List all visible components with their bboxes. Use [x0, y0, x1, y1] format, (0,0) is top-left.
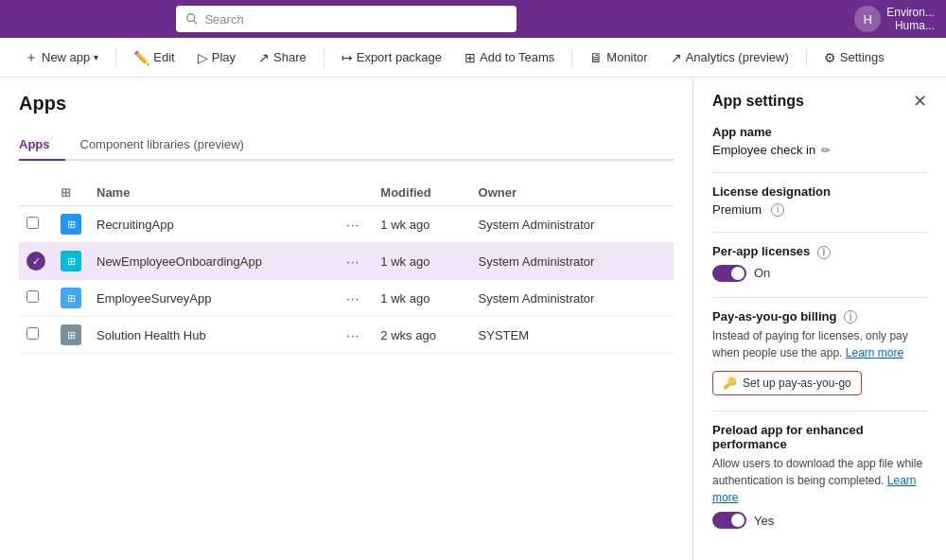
close-button[interactable]: ✕	[913, 93, 927, 110]
env-line1: Environ...	[886, 6, 935, 19]
toggle-knob	[731, 267, 745, 280]
settings-icon: ⚙	[824, 50, 836, 65]
row-checkbox[interactable]	[26, 327, 39, 340]
modified-date: 1 wk ago	[373, 206, 470, 243]
table-row[interactable]: ✓⊞NewEmployeeOnboardingApp···1 wk agoSys…	[19, 243, 674, 280]
preload-toggle-knob	[731, 514, 745, 527]
export-icon: ↦	[342, 50, 353, 65]
license-label: License designation	[712, 184, 927, 199]
tab-bar: Apps Component libraries (preview)	[19, 130, 674, 161]
play-button[interactable]: ▷ Play	[188, 45, 245, 70]
license-value: Premium i	[712, 202, 927, 217]
license-section: License designation Premium i	[712, 184, 927, 217]
modified-date: 1 wk ago	[373, 280, 470, 317]
play-icon: ▷	[198, 50, 208, 65]
toolbar-divider-3	[571, 48, 572, 67]
edit-app-name-icon[interactable]: ✏	[821, 144, 831, 157]
owner-name: System Administrator	[471, 280, 653, 317]
tab-component-libraries[interactable]: Component libraries (preview)	[80, 130, 259, 161]
row-checkbox[interactable]	[26, 290, 39, 303]
billing-info-icon[interactable]: i	[844, 310, 857, 324]
col-name: Name	[89, 180, 339, 206]
svg-point-0	[187, 14, 195, 22]
per-app-label: Per-app licenses i	[712, 244, 927, 259]
panel-title: App settings	[712, 93, 804, 110]
toolbar-divider-4	[806, 48, 807, 67]
key-icon: 🔑	[723, 376, 737, 390]
app-name: RecruitingApp	[89, 206, 339, 243]
row-actions-dots[interactable]: ···	[339, 317, 373, 354]
app-name: EmployeeSurveyApp	[89, 280, 339, 317]
panel-header: App settings ✕	[712, 93, 927, 110]
add-to-teams-button[interactable]: ⊞ Add to Teams	[455, 45, 564, 70]
billing-learn-more-link[interactable]: Learn more	[846, 346, 903, 359]
table-row[interactable]: ⊞EmployeeSurveyApp···1 wk agoSystem Admi…	[19, 280, 674, 317]
search-box[interactable]: Search	[176, 6, 517, 32]
app-icon: ⊞	[61, 288, 81, 308]
search-icon	[185, 12, 199, 26]
billing-desc: Instead of paying for licenses, only pay…	[712, 327, 927, 361]
app-name: NewEmployeeOnboardingApp	[89, 243, 339, 280]
preload-desc: Allow users to download the app file whi…	[712, 455, 927, 506]
monitor-icon: 🖥	[589, 50, 603, 65]
env-avatar: H	[854, 6, 881, 32]
analytics-icon: ↗	[671, 50, 682, 65]
license-info-icon[interactable]: i	[771, 203, 784, 217]
col-owner: Owner	[471, 180, 653, 206]
app-icon: ⊞	[61, 214, 81, 235]
top-bar: Search H Environ... Huma...	[0, 0, 946, 38]
search-placeholder: Search	[204, 12, 243, 26]
row-checkbox[interactable]	[26, 217, 39, 229]
tab-apps[interactable]: Apps	[19, 130, 65, 161]
modified-date: 2 wks ago	[373, 317, 470, 354]
per-app-toggle-row: On	[712, 265, 927, 282]
toolbar-divider	[115, 48, 116, 67]
grid-icon: ⊞	[61, 185, 71, 200]
per-app-toggle-label: On	[754, 266, 770, 280]
new-app-button[interactable]: ＋ New app ▾	[15, 44, 108, 71]
row-actions-dots[interactable]: ···	[339, 206, 373, 243]
toolbar-divider-2	[324, 48, 324, 67]
share-button[interactable]: ↗ Share	[249, 45, 316, 70]
svg-line-1	[194, 21, 198, 25]
owner-name: SYSTEM	[471, 317, 653, 354]
app-icon: ⊞	[61, 251, 81, 271]
toolbar: ＋ New app ▾ ✏️ Edit ▷ Play ↗ Share ↦ Exp…	[0, 38, 946, 78]
preload-section: Preload app for enhanced performance All…	[712, 423, 927, 529]
col-icon: ⊞	[53, 180, 89, 206]
app-name-value: Employee check in ✏	[712, 143, 927, 157]
owner-name: System Administrator	[471, 206, 653, 243]
selected-indicator: ✓	[26, 252, 45, 271]
per-app-info-icon[interactable]: i	[817, 246, 831, 259]
table-row[interactable]: ⊞Solution Health Hub···2 wks agoSYSTEM	[19, 317, 674, 354]
owner-name: System Administrator	[471, 243, 653, 280]
per-app-toggle[interactable]	[712, 265, 746, 282]
analytics-button[interactable]: ↗ Analytics (preview)	[661, 45, 798, 70]
app-name: Solution Health Hub	[89, 317, 339, 354]
col-check	[19, 180, 53, 206]
app-icon: ⊞	[61, 324, 81, 345]
table-row[interactable]: ⊞RecruitingApp···1 wk agoSystem Administ…	[19, 206, 674, 243]
right-panel: App settings ✕ App name Employee check i…	[692, 78, 946, 560]
modified-date: 1 wk ago	[373, 243, 470, 280]
export-package-button[interactable]: ↦ Export package	[332, 45, 451, 70]
col-modified: Modified	[373, 180, 470, 206]
row-actions-dots[interactable]: ···	[339, 243, 373, 280]
billing-section: Pay-as-you-go billing i Instead of payin…	[712, 309, 927, 396]
apps-table: ⊞ Name Modified Owner ⊞RecruitingApp···1…	[19, 180, 674, 354]
row-actions-dots[interactable]: ···	[339, 280, 373, 317]
settings-button[interactable]: ⚙ Settings	[815, 45, 894, 70]
left-panel: Apps Apps Component libraries (preview) …	[0, 78, 692, 560]
payg-button[interactable]: 🔑 Set up pay-as-you-go	[712, 371, 862, 395]
monitor-button[interactable]: 🖥 Monitor	[580, 45, 657, 70]
per-app-section: Per-app licenses i On	[712, 244, 927, 282]
plus-icon: ＋	[25, 49, 38, 66]
edit-button[interactable]: ✏️ Edit	[124, 45, 184, 70]
divider-2	[712, 232, 927, 233]
billing-label: Pay-as-you-go billing i	[712, 309, 927, 324]
divider-3	[712, 297, 927, 298]
preload-toggle[interactable]	[712, 512, 746, 529]
preload-toggle-label: Yes	[754, 514, 774, 528]
teams-icon: ⊞	[464, 50, 476, 65]
env-line2: Huma...	[886, 19, 935, 32]
